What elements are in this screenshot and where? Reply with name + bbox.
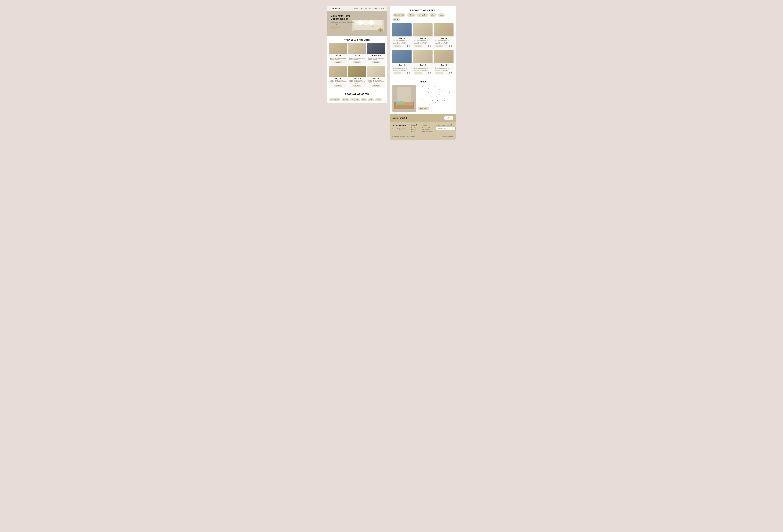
footer-nav-home[interactable]: Home — [411, 127, 418, 128]
nav-shop[interactable]: Shop — [360, 8, 363, 9]
product-img-6 — [367, 66, 385, 77]
cat-table-left[interactable]: Table — [368, 98, 374, 101]
about-img-svg — [393, 85, 416, 112]
nav-brands[interactable]: Brands — [373, 8, 378, 9]
footer-nav-service[interactable]: service — [411, 131, 418, 132]
svg-point-7 — [357, 20, 363, 25]
price-5: 400$ — [428, 72, 431, 74]
price-2: 400$ — [428, 45, 431, 47]
product-desc-4: your best address for perfect shopping a… — [329, 80, 347, 84]
product-name-5: Dining table — [348, 78, 366, 79]
r-product-desc-6: your best address for perfect shopping a… — [434, 66, 453, 71]
about-content: Lorem ipsum is simply dummy text of the … — [393, 85, 453, 112]
svg-rect-14 — [397, 87, 411, 102]
product-desc-6: your best address for perfect shopping a… — [367, 80, 385, 84]
r-product-6: Sofa set your best address for perfect s… — [434, 50, 453, 75]
read-more-button[interactable]: Read more — [418, 107, 429, 110]
shop-now-button[interactable]: Shop Now — [331, 27, 340, 29]
footer-nav-title: Navigation — [411, 124, 418, 126]
r-cat-carpet[interactable]: Carpet — [393, 18, 400, 21]
cat-chair-left[interactable]: Chair — [361, 98, 367, 101]
nav-top-chair[interactable]: Top Chair — [365, 8, 371, 9]
call-me-button[interactable]: call me — [444, 117, 453, 120]
trending-product-4: Sofa set your best address for perfect s… — [329, 66, 347, 88]
social-icon-facebook[interactable]: ▣ — [403, 128, 405, 130]
r-cat-sofa-set[interactable]: Sofa set — [407, 13, 416, 16]
social-icon-instagram[interactable]: ◻ — [396, 128, 398, 130]
left-panel: FURNITURE Home Shop Top Chair Brands Con… — [327, 6, 387, 103]
r-cat-chair[interactable]: Chair — [429, 13, 437, 16]
r-product-img-2 — [413, 23, 433, 36]
navbar: FURNITURE Home Shop Top Chair Brands Con… — [327, 6, 387, 11]
footer-website: www.furniture.com — [421, 129, 433, 130]
view-more-btn-6[interactable]: view more — [372, 85, 380, 87]
cat-electronic-sofa-left[interactable]: Electronic sofa — [329, 98, 340, 101]
r-product-desc-4: your best address for perfect shopping a… — [392, 66, 411, 71]
product-desc-1: your best address for perfect shopping a… — [329, 57, 347, 60]
footer-nav-about[interactable]: About us — [411, 129, 418, 130]
newsletter-input[interactable] — [436, 127, 456, 130]
svg-rect-11 — [380, 29, 381, 32]
about-title: About — [393, 80, 453, 83]
add-cart-btn-4[interactable]: add to cart — [394, 72, 401, 74]
product-desc-3: your best address for perfect shopping a… — [367, 57, 385, 60]
r-product-img-6 — [434, 50, 453, 63]
svg-point-19 — [396, 101, 400, 104]
footer-top: FURNITURE ○ ◻ ✓ ▣ Navigation Home About … — [393, 124, 453, 132]
social-icon-twitter[interactable]: ✓ — [399, 128, 402, 130]
view-more-btn-3[interactable]: view more — [372, 61, 380, 63]
add-cart-btn-2[interactable]: add to cart — [414, 45, 422, 47]
view-more-btn-2[interactable]: view more — [353, 61, 361, 63]
right-offer-title: PRODUCT WE OFFER — [390, 6, 456, 13]
r-cat-electronic-sofa[interactable]: Electronic sofa — [393, 13, 405, 16]
footer-phone: +01456656656 — [421, 127, 433, 128]
trending-product-1: Sofa set your best address for perfect s… — [329, 43, 347, 65]
cat-dining-table-left[interactable]: Dining table — [350, 98, 360, 101]
right-category-tabs: Electronic sofa Sofa set Dining table Ch… — [390, 13, 456, 23]
about-text: Lorem ipsum is simply dummy text of the … — [418, 85, 453, 105]
add-cart-btn-3[interactable]: add to cart — [435, 45, 443, 47]
footer-email: furniture@gmail.com — [421, 131, 433, 132]
product-img-3 — [367, 43, 385, 54]
product-name-6: Sofa set — [367, 78, 385, 79]
svg-point-20 — [400, 101, 404, 104]
trending-products-grid: Sofa set your best address for perfect s… — [327, 43, 387, 91]
price-1: 400$ — [407, 45, 410, 47]
r-cat-table[interactable]: Table — [438, 13, 445, 16]
r-product-desc-3: your best address for perfect shopping a… — [434, 40, 453, 44]
hero-section: Make Your Home Modern Design your best a… — [327, 11, 387, 36]
product-name-3: Electronic sofa — [367, 55, 385, 56]
svg-rect-18 — [413, 102, 414, 109]
r-product-img-5 — [413, 50, 433, 63]
product-img-1 — [329, 43, 347, 54]
footer-navigation: Navigation Home About us service — [411, 124, 418, 132]
r-product-name-5: Sofa set — [413, 64, 433, 66]
trending-product-5: Dining table your best address for perfe… — [348, 66, 366, 88]
r-cat-dining-table[interactable]: Dining table — [417, 13, 428, 16]
nav-home[interactable]: Home — [354, 8, 358, 9]
left-category-tabs: Electronic sofa Sofa set Dining table Ch… — [327, 97, 387, 103]
hero-title-line1: Make Your Home — [331, 14, 355, 18]
view-more-btn-4[interactable]: view more — [334, 85, 342, 87]
add-cart-btn-1[interactable]: add to cart — [394, 45, 401, 47]
r-product-img-3 — [434, 23, 453, 36]
view-more-btn-5[interactable]: view more — [353, 85, 361, 87]
terms-link[interactable]: User Terms &conditions — [442, 136, 453, 137]
add-cart-btn-6[interactable]: add to cart — [435, 72, 443, 74]
social-icon-circle[interactable]: ○ — [393, 128, 395, 130]
cat-sofa-set-left[interactable]: Sofa set — [341, 98, 349, 101]
nav-contact[interactable]: Contact — [379, 8, 384, 9]
hero-title-line2: Modern Design — [331, 18, 355, 20]
add-cart-btn-5[interactable]: add to cart — [414, 72, 422, 74]
trending-product-3: Electronic sofa your best address for pe… — [367, 43, 385, 65]
view-more-btn-1[interactable]: view more — [334, 61, 342, 63]
r-product-5: Sofa set your best address for perfect s… — [413, 50, 433, 75]
product-name-4: Sofa set — [329, 78, 347, 79]
r-product-desc-2: your best address for perfect shopping a… — [413, 40, 433, 44]
price-6: 400$ — [449, 72, 452, 74]
cat-carpet-left[interactable]: Carpet — [375, 98, 382, 101]
r-product-name-4: Sofa set — [392, 64, 411, 66]
newsletter-submit-button[interactable]: 🔍 — [456, 127, 456, 130]
about-image — [393, 85, 416, 112]
social-icons: ○ ◻ ✓ ▣ — [393, 128, 408, 130]
